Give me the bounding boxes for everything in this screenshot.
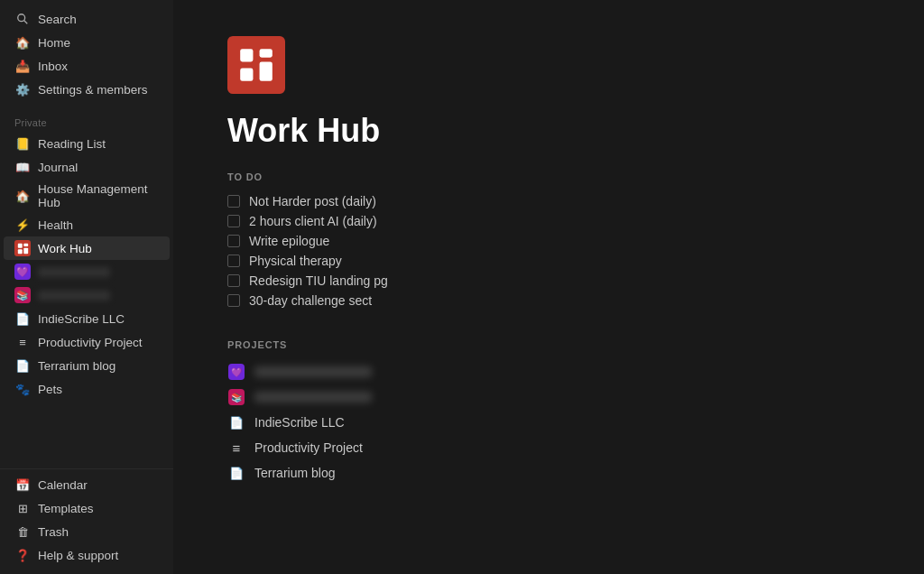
settings-icon: ⚙️ <box>14 81 31 97</box>
productivity-proj-label: Productivity Project <box>254 440 363 455</box>
work-hub-label: Work Hub <box>38 242 92 255</box>
trash-icon: 🗑 <box>14 523 31 540</box>
inbox-label: Inbox <box>38 60 68 73</box>
todo-text-2: 2 hours client AI (daily) <box>249 214 377 228</box>
svg-rect-8 <box>240 69 253 81</box>
work-hub-icon <box>14 240 31 256</box>
sidebar-item-productivity[interactable]: ≡ Productivity Project <box>4 330 170 354</box>
pets-icon: 🐾 <box>14 381 31 397</box>
sidebar-item-inbox[interactable]: 📥 Inbox <box>4 54 170 78</box>
todo-checkbox-1[interactable] <box>227 195 240 208</box>
list-item[interactable]: 📚 <box>227 384 870 410</box>
sidebar-item-calendar[interactable]: 📅 Calendar <box>4 473 170 496</box>
productivity-icon: ≡ <box>14 334 31 350</box>
sidebar-item-home[interactable]: 🏠 Home <box>4 31 170 54</box>
proj-book-pink-icon: 📚 <box>227 388 245 406</box>
journal-label: Journal <box>38 161 78 174</box>
sidebar-item-work-hub[interactable]: Work Hub <box>4 236 170 260</box>
sidebar-item-indiescribe[interactable]: 📄 IndieScribe LLC <box>4 307 170 330</box>
proj-heart-purple-icon: 💜 <box>227 363 245 381</box>
sidebar-item-trash[interactable]: 🗑 Trash <box>4 520 170 543</box>
list-item[interactable]: 📄 Terrarium blog <box>227 460 870 486</box>
svg-rect-7 <box>260 49 273 58</box>
projects-section-heading: PROJECTS <box>227 339 870 350</box>
journal-icon: 📖 <box>14 159 31 175</box>
home-label: Home <box>38 36 70 50</box>
list-item[interactable]: Physical therapy <box>227 251 870 271</box>
svg-line-1 <box>24 21 28 24</box>
todo-checkbox-5[interactable] <box>227 274 240 287</box>
list-item[interactable]: Write epilogue <box>227 231 870 251</box>
productivity-proj-icon: ≡ <box>227 439 245 457</box>
health-icon: ⚡ <box>14 217 31 233</box>
templates-label: Templates <box>38 502 94 515</box>
list-item[interactable]: 30-day challenge sect <box>227 291 870 310</box>
sidebar-item-pets[interactable]: 🐾 Pets <box>4 377 170 401</box>
indiescribe-icon: 📄 <box>14 310 31 327</box>
blurred-label-1 <box>38 267 110 277</box>
page-title: Work Hub <box>227 112 870 150</box>
terrarium-label: Terrarium blog <box>38 359 116 373</box>
sidebar-item-reading-list[interactable]: 📒 Reading List <box>4 132 170 155</box>
todo-text-6: 30-day challenge sect <box>249 293 372 308</box>
sidebar-item-house-mgmt[interactable]: 🏠 House Management Hub <box>4 179 170 213</box>
list-item[interactable]: Redesign TIU landing pg <box>227 271 870 291</box>
proj-blurred-label-1 <box>254 366 372 377</box>
svg-rect-2 <box>17 243 22 247</box>
health-label: Health <box>38 218 73 232</box>
todo-checkbox-3[interactable] <box>227 235 240 247</box>
private-section-label: Private <box>0 108 173 132</box>
calendar-icon: 📅 <box>14 477 31 493</box>
sidebar-item-health[interactable]: ⚡ Health <box>4 213 170 236</box>
house-icon: 🏠 <box>14 188 31 204</box>
svg-rect-5 <box>23 247 28 254</box>
list-item[interactable]: 📄 IndieScribe LLC <box>227 410 870 435</box>
sidebar-item-journal[interactable]: 📖 Journal <box>4 155 170 179</box>
trash-label: Trash <box>38 525 69 539</box>
list-item[interactable]: 2 hours client AI (daily) <box>227 211 870 231</box>
svg-rect-9 <box>260 61 273 80</box>
sidebar-item-blurred1[interactable]: 💜 <box>4 260 170 283</box>
search-icon <box>14 11 31 27</box>
sidebar-item-settings[interactable]: ⚙️ Settings & members <box>4 78 170 101</box>
proj-blurred-label-2 <box>254 392 372 403</box>
home-icon: 🏠 <box>14 34 31 51</box>
terrarium-proj-icon: 📄 <box>227 464 245 482</box>
todo-section-heading: TO DO <box>227 171 870 182</box>
help-label: Help & support <box>38 549 118 562</box>
todo-text-4: Physical therapy <box>249 254 342 268</box>
todo-checkbox-2[interactable] <box>227 215 240 227</box>
reading-list-icon: 📒 <box>14 135 31 152</box>
terrarium-icon: 📄 <box>14 357 31 374</box>
reading-list-label: Reading List <box>38 137 106 151</box>
list-item[interactable]: Not Harder post (daily) <box>227 191 870 211</box>
terrarium-proj-label: Terrarium blog <box>254 466 335 480</box>
projects-list: 💜 📚 📄 IndieScribe LLC ≡ Productivity Pro… <box>227 359 870 486</box>
todo-text-3: Write epilogue <box>249 234 329 248</box>
page-icon <box>227 36 285 94</box>
sidebar-item-blurred2[interactable]: 📚 <box>4 283 170 307</box>
help-icon: ❓ <box>14 547 31 563</box>
todo-checkbox-6[interactable] <box>227 294 240 307</box>
indiescribe-proj-label: IndieScribe LLC <box>254 415 345 430</box>
indiescribe-proj-icon: 📄 <box>227 413 245 431</box>
indiescribe-label: IndieScribe LLC <box>38 312 125 326</box>
list-item[interactable]: ≡ Productivity Project <box>227 435 870 460</box>
sidebar-item-help[interactable]: ❓ Help & support <box>4 543 170 567</box>
svg-rect-4 <box>17 249 22 254</box>
calendar-label: Calendar <box>38 478 88 492</box>
book-pink-icon: 📚 <box>14 287 31 303</box>
search-label: Search <box>38 13 77 26</box>
svg-rect-3 <box>23 243 28 245</box>
todo-checkbox-4[interactable] <box>227 255 240 267</box>
list-item[interactable]: 💜 <box>227 359 870 384</box>
house-mgmt-label: House Management Hub <box>38 182 159 209</box>
sidebar-item-terrarium[interactable]: 📄 Terrarium blog <box>4 354 170 377</box>
sidebar-item-templates[interactable]: ⊞ Templates <box>4 496 170 520</box>
inbox-icon: 📥 <box>14 58 31 74</box>
heart-purple-icon: 💜 <box>14 264 31 280</box>
todo-text-5: Redesign TIU landing pg <box>249 273 388 288</box>
sidebar: Search 🏠 Home 📥 Inbox ⚙️ Settings & memb… <box>0 0 173 574</box>
sidebar-item-search[interactable]: Search <box>4 7 170 31</box>
pets-label: Pets <box>38 383 62 396</box>
